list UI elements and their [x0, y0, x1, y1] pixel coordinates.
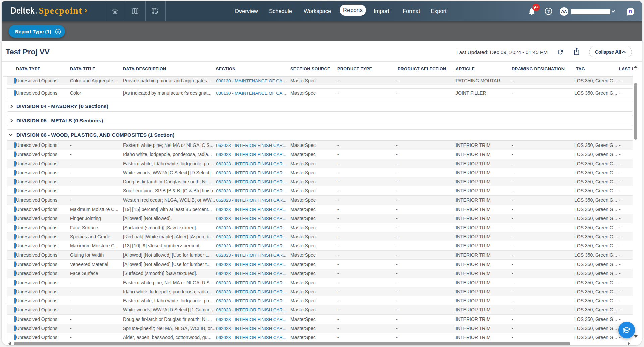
svg-text:?: ?: [547, 9, 550, 14]
